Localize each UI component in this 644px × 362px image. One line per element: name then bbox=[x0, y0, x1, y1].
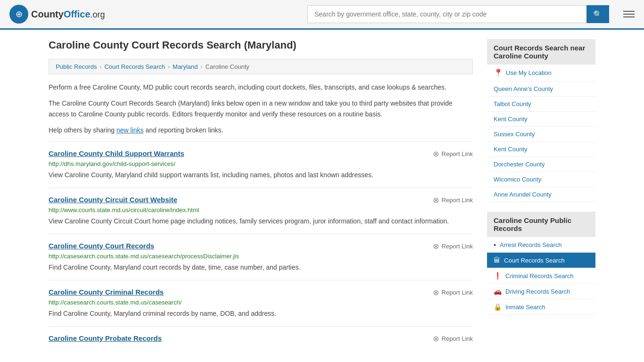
breadcrumb-caroline-county: Caroline County bbox=[206, 63, 249, 70]
sidebar-county-item[interactable]: Kent County bbox=[487, 112, 595, 127]
record-desc-1: View Caroline County Circuit Court home … bbox=[49, 216, 473, 226]
report-icon-3: ⊗ bbox=[433, 288, 439, 297]
record-item: Caroline County Child Support Warrants ⊗… bbox=[49, 141, 473, 188]
arrest-records-link[interactable]: Arrest Records Search bbox=[500, 241, 562, 248]
report-icon-2: ⊗ bbox=[433, 242, 439, 251]
county-link[interactable]: Talbot County bbox=[494, 100, 531, 107]
county-link[interactable]: Kent County bbox=[494, 146, 528, 153]
pub-records-criminal[interactable]: ❗ Criminal Records Search bbox=[487, 268, 595, 284]
inmate-search-link[interactable]: Inmate Search bbox=[505, 304, 545, 311]
record-url-0[interactable]: http://dhs.maryland.gov/child-support-se… bbox=[49, 160, 473, 167]
page-title: Caroline County Court Records Search (Ma… bbox=[49, 39, 473, 51]
breadcrumb-sep-2: › bbox=[168, 64, 170, 70]
record-desc-3: Find Caroline County, Maryland criminal … bbox=[49, 309, 473, 319]
menu-line-1 bbox=[623, 11, 635, 12]
sidebar-county-item[interactable]: Sussex County bbox=[487, 127, 595, 142]
use-my-location[interactable]: 📍 Use My Location bbox=[487, 65, 595, 82]
inmate-icon: 🔒 bbox=[494, 303, 502, 311]
sidebar-county-item[interactable]: Talbot County bbox=[487, 97, 595, 112]
pub-records-court[interactable]: 🏛 Court Records Search bbox=[487, 253, 595, 268]
county-link[interactable]: Dorchester County bbox=[494, 161, 545, 168]
record-title[interactable]: Caroline County Probate Records bbox=[49, 334, 162, 342]
breadcrumb-court-records-search[interactable]: Court Records Search bbox=[104, 63, 165, 70]
driving-records-link[interactable]: Driving Records Search bbox=[505, 288, 570, 295]
report-link-3[interactable]: ⊗ Report Link bbox=[433, 288, 473, 297]
desc-para-1: Perform a free Caroline County, MD publi… bbox=[49, 82, 473, 92]
sidebar-county-item[interactable]: Wicomico County bbox=[487, 172, 595, 187]
record-title[interactable]: Caroline County Child Support Warrants bbox=[49, 149, 184, 157]
logo-text: CountyOffice.org bbox=[31, 9, 105, 20]
menu-line-3 bbox=[623, 16, 635, 17]
new-links-link[interactable]: new links bbox=[116, 126, 144, 134]
nearby-section-title: Court Records Search near Caroline Count… bbox=[487, 39, 595, 65]
sidebar: Court Records Search near Caroline Count… bbox=[487, 39, 595, 351]
logo-icon: ⊕ bbox=[9, 5, 28, 24]
location-icon: 📍 bbox=[494, 68, 503, 77]
desc-para-3: Help others by sharing new links and rep… bbox=[49, 125, 473, 135]
search-input[interactable] bbox=[307, 5, 586, 23]
pub-records-arrest[interactable]: ▪ Arrest Records Search bbox=[487, 237, 595, 253]
county-link[interactable]: Sussex County bbox=[494, 131, 535, 138]
search-bar: 🔍 bbox=[307, 5, 609, 23]
criminal-icon: ❗ bbox=[494, 272, 502, 280]
driving-icon: 🚗 bbox=[494, 288, 502, 295]
record-header: Caroline County Probate Records ⊗ Report… bbox=[49, 334, 473, 343]
sidebar-county-item[interactable]: Queen Anne's County bbox=[487, 82, 595, 97]
breadcrumb: Public Records › Court Records Search › … bbox=[49, 59, 473, 74]
record-title[interactable]: Caroline County Court Records bbox=[49, 242, 154, 250]
records-list: Caroline County Child Support Warrants ⊗… bbox=[49, 141, 473, 351]
breadcrumb-public-records[interactable]: Public Records bbox=[56, 63, 97, 70]
court-icon: 🏛 bbox=[494, 256, 500, 264]
search-icon: 🔍 bbox=[593, 10, 603, 19]
county-link[interactable]: Anne Arundel County bbox=[494, 191, 552, 198]
record-header: Caroline County Circuit Court Website ⊗ … bbox=[49, 196, 473, 205]
pub-records-inmate[interactable]: 🔒 Inmate Search bbox=[487, 299, 595, 315]
sidebar-county-item[interactable]: Dorchester County bbox=[487, 157, 595, 172]
court-records-label: Court Records Search bbox=[504, 257, 565, 264]
record-header: Caroline County Court Records ⊗ Report L… bbox=[49, 242, 473, 251]
main-container: Caroline County Court Records Search (Ma… bbox=[39, 30, 605, 360]
record-url-3[interactable]: http://casesearch.courts.state.md.us/cas… bbox=[49, 299, 473, 306]
record-item: Caroline County Circuit Court Website ⊗ … bbox=[49, 188, 473, 234]
record-item: Caroline County Probate Records ⊗ Report… bbox=[49, 326, 473, 351]
arrest-icon: ▪ bbox=[494, 241, 496, 248]
record-desc-2: Find Caroline County, Maryland court rec… bbox=[49, 263, 473, 272]
menu-button[interactable] bbox=[623, 11, 635, 17]
report-icon-1: ⊗ bbox=[433, 196, 439, 205]
record-title[interactable]: Caroline County Criminal Records bbox=[49, 288, 164, 296]
content-area: Caroline County Court Records Search (Ma… bbox=[49, 39, 473, 351]
menu-line-2 bbox=[623, 14, 635, 15]
record-desc-0: View Caroline County, Maryland child sup… bbox=[49, 170, 473, 180]
logo[interactable]: ⊕ CountyOffice.org bbox=[9, 5, 105, 24]
desc-para-2: The Caroline County Court Records Search… bbox=[49, 98, 473, 119]
report-icon-0: ⊗ bbox=[433, 149, 439, 158]
pub-records-driving[interactable]: 🚗 Driving Records Search bbox=[487, 284, 595, 299]
criminal-records-link[interactable]: Criminal Records Search bbox=[505, 272, 574, 280]
county-link[interactable]: Queen Anne's County bbox=[494, 85, 553, 92]
record-item: Caroline County Criminal Records ⊗ Repor… bbox=[49, 280, 473, 326]
report-link-0[interactable]: ⊗ Report Link bbox=[433, 149, 473, 158]
record-item: Caroline County Court Records ⊗ Report L… bbox=[49, 234, 473, 280]
report-icon-4: ⊗ bbox=[433, 334, 439, 343]
breadcrumb-sep-1: › bbox=[99, 64, 101, 70]
nearby-counties-list: Queen Anne's County Talbot County Kent C… bbox=[487, 82, 595, 202]
sidebar-county-item[interactable]: Anne Arundel County bbox=[487, 187, 595, 202]
report-link-2[interactable]: ⊗ Report Link bbox=[433, 242, 473, 251]
record-url-1[interactable]: http://www.courts.state.md.us/circuit/ca… bbox=[49, 206, 473, 214]
header: ⊕ CountyOffice.org 🔍 bbox=[0, 0, 644, 30]
county-link[interactable]: Wicomico County bbox=[494, 176, 541, 183]
record-title[interactable]: Caroline County Circuit Court Website bbox=[49, 196, 177, 204]
county-link[interactable]: Kent County bbox=[494, 115, 528, 123]
report-link-4[interactable]: ⊗ Report Link bbox=[433, 334, 473, 343]
sidebar-county-item[interactable]: Kent County bbox=[487, 142, 595, 157]
public-records-section: Caroline County Public Records ▪ Arrest … bbox=[487, 212, 595, 315]
record-header: Caroline County Child Support Warrants ⊗… bbox=[49, 149, 473, 158]
search-button[interactable]: 🔍 bbox=[586, 5, 609, 23]
breadcrumb-maryland[interactable]: Maryland bbox=[173, 63, 198, 70]
report-link-1[interactable]: ⊗ Report Link bbox=[433, 196, 473, 205]
record-header: Caroline County Criminal Records ⊗ Repor… bbox=[49, 288, 473, 297]
record-url-2[interactable]: http://casesearch.courts.state.md.us/cas… bbox=[49, 253, 473, 260]
breadcrumb-sep-3: › bbox=[201, 64, 203, 70]
public-records-title: Caroline County Public Records bbox=[487, 212, 595, 237]
use-location-link[interactable]: Use My Location bbox=[506, 69, 552, 76]
